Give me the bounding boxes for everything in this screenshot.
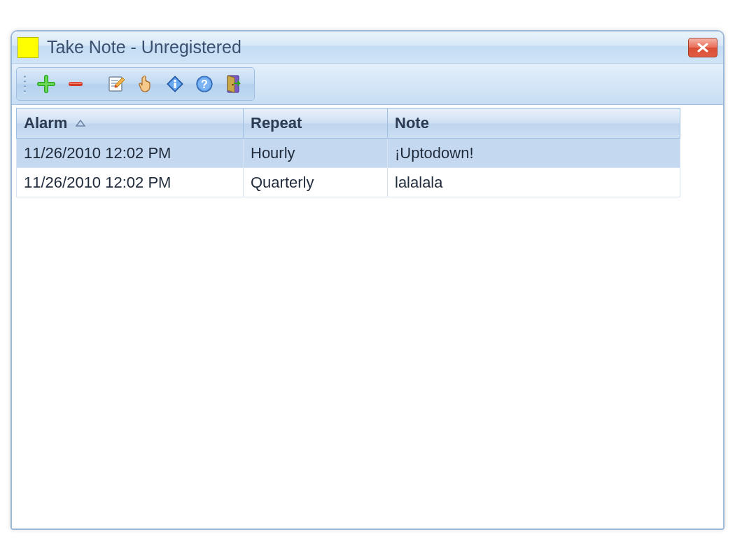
window-title: Take Note - Unregistered — [47, 37, 688, 57]
app-window: Take Note - Unregistered — [10, 30, 724, 530]
svg-text:?: ? — [201, 78, 208, 90]
column-header-alarm[interactable]: Alarm — [17, 108, 244, 139]
add-button[interactable] — [33, 71, 59, 97]
cell-note: lalalala — [388, 168, 680, 197]
help-icon: ? — [195, 75, 214, 93]
remove-button[interactable] — [62, 71, 89, 97]
table-header-row: Alarm Repeat Note — [17, 108, 680, 139]
toolbar-container: ? — [12, 64, 723, 105]
plus-icon — [37, 75, 55, 93]
edit-button[interactable] — [103, 71, 130, 97]
info-button[interactable] — [162, 71, 188, 97]
svg-point-6 — [174, 80, 176, 83]
app-icon — [18, 37, 38, 58]
cell-alarm: 11/26/2010 12:02 PM — [17, 168, 244, 197]
edit-icon — [107, 75, 125, 93]
titlebar[interactable]: Take Note - Unregistered — [12, 31, 723, 64]
exit-icon — [225, 74, 243, 94]
table-row[interactable]: 11/26/2010 12:02 PM Hourly ¡Uptodown! — [17, 139, 680, 168]
cell-repeat: Hourly — [244, 139, 388, 168]
close-icon — [696, 43, 709, 52]
info-icon — [166, 75, 184, 93]
column-header-repeat-label: Repeat — [251, 114, 302, 132]
hand-icon — [136, 74, 155, 94]
minus-icon — [66, 75, 85, 93]
content-area: Alarm Repeat Note — [12, 105, 723, 528]
close-button[interactable] — [688, 38, 718, 57]
column-header-note-label: Note — [395, 114, 429, 132]
pointer-button[interactable] — [132, 71, 159, 97]
column-header-alarm-label: Alarm — [24, 114, 67, 132]
help-button[interactable]: ? — [191, 71, 218, 97]
exit-button[interactable] — [220, 71, 247, 97]
svg-rect-7 — [174, 83, 176, 88]
sort-asc-icon — [76, 120, 85, 127]
cell-alarm: 11/26/2010 12:02 PM — [17, 139, 244, 168]
cell-note: ¡Uptodown! — [388, 139, 680, 168]
alarms-table: Alarm Repeat Note — [16, 108, 680, 197]
cell-repeat: Quarterly — [244, 168, 388, 197]
column-header-note[interactable]: Note — [388, 108, 680, 139]
column-header-repeat[interactable]: Repeat — [244, 108, 388, 139]
table-row[interactable]: 11/26/2010 12:02 PM Quarterly lalalala — [17, 168, 680, 197]
table-container: Alarm Repeat Note — [16, 108, 719, 524]
svg-point-12 — [232, 84, 233, 85]
svg-rect-1 — [69, 83, 82, 84]
toolbar: ? — [16, 67, 255, 101]
toolbar-grip[interactable] — [24, 74, 26, 94]
